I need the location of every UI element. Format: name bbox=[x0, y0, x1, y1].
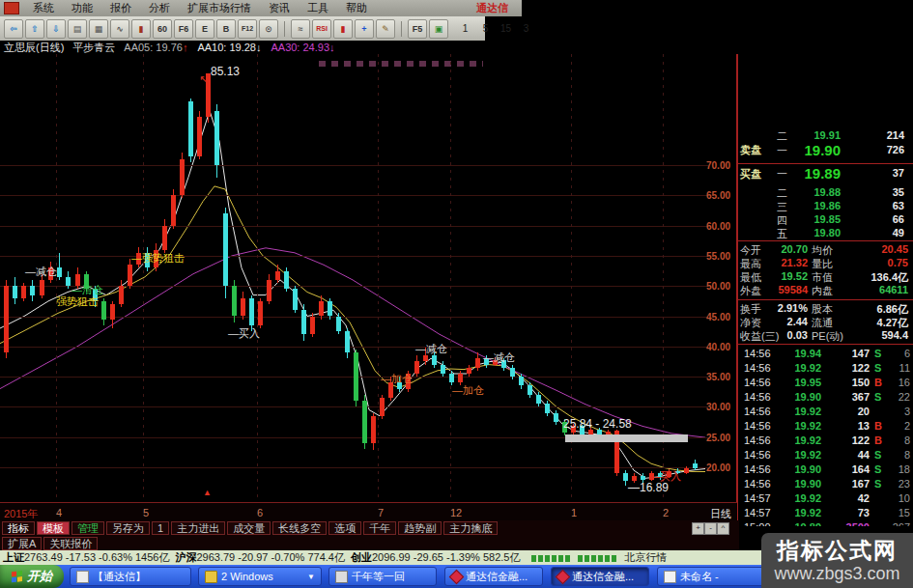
bottom-tab-指标[interactable]: 指标 bbox=[2, 521, 35, 535]
candle bbox=[362, 401, 367, 443]
tick-count: 18 bbox=[883, 463, 910, 475]
period-button-1[interactable]: 1 bbox=[458, 21, 472, 37]
stat-value: 20.45 bbox=[842, 243, 908, 255]
bottom-tab-扩展A[interactable]: 扩展A bbox=[2, 537, 42, 550]
bottom-tab-另存为[interactable]: 另存为 bbox=[106, 521, 150, 535]
move-cross-icon[interactable]: + bbox=[355, 19, 374, 39]
stat-value: 21.32 bbox=[767, 257, 808, 268]
brand-label: 通达信 bbox=[476, 1, 508, 15]
bottom-tab-趋势副[interactable]: 趋势副 bbox=[398, 521, 442, 535]
buy-side-label: 买盘 bbox=[740, 167, 761, 182]
red-candle-icon[interactable]: ▮ bbox=[333, 19, 353, 39]
candlestick-chart[interactable]: 85.13↖—减仓—清仓强势狙击—强势狙击—买入—减仓—减仓—加仓—加仓25.8… bbox=[0, 54, 708, 502]
price-tick-label: 20.00 bbox=[706, 462, 739, 473]
menu-item-3[interactable]: 分析 bbox=[140, 1, 179, 15]
month-gridline bbox=[378, 54, 379, 502]
menu-item-0[interactable]: 系统 bbox=[24, 1, 63, 15]
watermark-box: 指标公式网 www.zbgs3.com bbox=[761, 533, 913, 588]
taskbar-button-1[interactable]: 2 Windows▼ bbox=[198, 567, 322, 586]
rsi-icon[interactable]: RSI bbox=[312, 19, 331, 39]
candle bbox=[40, 280, 44, 295]
tick-time: 14:56 bbox=[744, 449, 771, 461]
taskbar-button-3[interactable]: 通达信金融... bbox=[444, 567, 543, 586]
price-tick-label: 65.00 bbox=[706, 190, 739, 201]
bottom-tab-选项[interactable]: 选项 bbox=[328, 521, 361, 535]
candle bbox=[388, 382, 393, 398]
tick-direction: S bbox=[874, 348, 881, 359]
bottom-tab-管理[interactable]: 管理 bbox=[71, 521, 104, 535]
bottom-tab-千年[interactable]: 千年 bbox=[363, 521, 396, 535]
pencil-icon[interactable]: ✎ bbox=[376, 19, 395, 39]
f5-button[interactable]: F5 bbox=[408, 19, 427, 39]
period-button-15[interactable]: 15 bbox=[499, 21, 513, 37]
notepad-icon bbox=[335, 571, 348, 583]
menu-item-2[interactable]: 报价 bbox=[101, 1, 140, 15]
tick-volume: 164 bbox=[829, 463, 870, 475]
index-quote-沪深: 沪深2963.79 -20.97 -0.70% 774.4亿 bbox=[175, 550, 345, 565]
panel-button-1[interactable]: - bbox=[704, 522, 717, 535]
time-axis: 2015年 日线 45671212 bbox=[0, 502, 737, 520]
f12-icon[interactable]: F12 bbox=[238, 19, 257, 39]
tdx-application-window: 系统功能报价分析扩展市场行情资讯工具帮助 通达信 ⇦⇧⇩▤▦∿▮60F6EBF1… bbox=[0, 0, 913, 588]
bottom-tab-模板[interactable]: 模板 bbox=[37, 521, 70, 535]
stat-value: 0.75 bbox=[842, 257, 908, 268]
start-button[interactable]: 开始 bbox=[0, 565, 64, 588]
candle-chart-icon[interactable]: ▮ bbox=[131, 19, 151, 39]
candle bbox=[632, 476, 637, 481]
menu-item-7[interactable]: 帮助 bbox=[337, 1, 376, 15]
menu-items: 系统功能报价分析扩展市场行情资讯工具帮助 bbox=[24, 1, 376, 15]
tick-price: 19.92 bbox=[781, 420, 821, 432]
report-icon[interactable]: ▤ bbox=[68, 19, 87, 39]
wave-icon[interactable]: ≈ bbox=[291, 19, 310, 39]
menu-item-4[interactable]: 扩展市场行情 bbox=[179, 1, 260, 15]
bottom-tab-成交量[interactable]: 成交量 bbox=[227, 521, 271, 535]
chart-annotation-1: ↖ bbox=[199, 73, 208, 85]
windows-flag-icon bbox=[12, 571, 16, 576]
menu-item-1[interactable]: 功能 bbox=[63, 1, 101, 15]
menu-item-5[interactable]: 资讯 bbox=[260, 1, 299, 15]
taskbar-button-5[interactable]: 未命名 - bbox=[657, 567, 771, 586]
e-icon[interactable]: E bbox=[195, 19, 214, 39]
back-arrow-icon[interactable]: ⇦ bbox=[4, 19, 23, 39]
bottom-tab-1[interactable]: 1 bbox=[152, 521, 169, 535]
minute-60-icon[interactable]: 60 bbox=[153, 19, 172, 39]
dropdown-arrow-icon: ▼ bbox=[307, 573, 315, 581]
ma-arrow-2: ↓ bbox=[329, 42, 335, 53]
bottom-tab-主力进出[interactable]: 主力进出 bbox=[171, 521, 225, 535]
clock-icon[interactable]: ⊙ bbox=[259, 19, 278, 39]
month-gridline bbox=[257, 54, 258, 502]
tick-volume: 150 bbox=[829, 377, 870, 388]
b-icon[interactable]: B bbox=[216, 19, 236, 39]
stat-value: 0.03 bbox=[767, 329, 808, 341]
stat-label: 最低 bbox=[740, 270, 761, 285]
taskbar-button-4[interactable]: 通达信金融... bbox=[551, 567, 649, 586]
candle bbox=[249, 298, 254, 325]
candle bbox=[197, 117, 202, 156]
candle bbox=[545, 404, 550, 412]
f6-icon[interactable]: F6 bbox=[174, 19, 193, 39]
down-arrow-icon[interactable]: ⇩ bbox=[46, 19, 66, 39]
taskbar-button-2[interactable]: 千年等一回 bbox=[328, 567, 437, 586]
range-box-bar bbox=[565, 434, 688, 442]
stat-value: 136.4亿 bbox=[842, 270, 908, 285]
tick-volume: 367 bbox=[829, 391, 870, 403]
tick-time: 14:56 bbox=[744, 362, 771, 374]
bottom-tab-长线多空[interactable]: 长线多空 bbox=[272, 521, 327, 535]
quote-volume: 63 bbox=[844, 200, 904, 211]
image-button[interactable]: ▣ bbox=[429, 19, 448, 39]
bottom-tab-主力擒底[interactable]: 主力擒底 bbox=[443, 521, 498, 535]
panel-button-2[interactable]: ^ bbox=[717, 522, 729, 535]
chart-annotation-13: —16.89 bbox=[628, 482, 669, 493]
period-button-5[interactable]: 5 bbox=[478, 21, 493, 37]
taskbar-button-0[interactable]: 【通达信】 bbox=[70, 567, 191, 586]
panel-button-0[interactable]: + bbox=[692, 522, 704, 535]
menu-item-6[interactable]: 工具 bbox=[299, 1, 337, 15]
sell-side-label: 卖盘 bbox=[740, 143, 761, 157]
tick-count: 23 bbox=[883, 478, 910, 490]
line-chart-icon[interactable]: ∿ bbox=[110, 19, 129, 39]
up-arrow-icon[interactable]: ⇧ bbox=[25, 19, 44, 39]
period-button-3[interactable]: 3 bbox=[519, 21, 533, 37]
bottom-tab-关联报价[interactable]: 关联报价 bbox=[43, 537, 98, 550]
volume-bars-icon[interactable]: ▦ bbox=[89, 19, 108, 39]
candle bbox=[328, 301, 332, 317]
